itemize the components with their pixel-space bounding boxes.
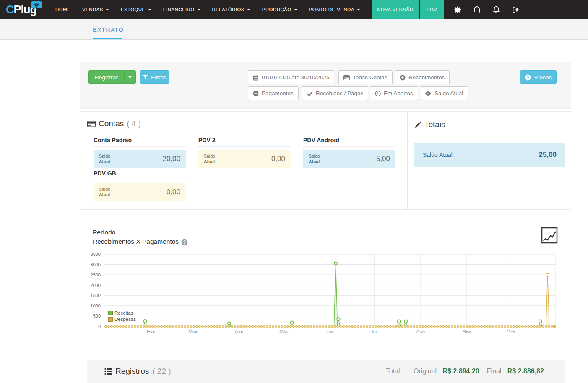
credit-card-icon <box>87 121 96 127</box>
notifications-bell-icon[interactable] <box>492 5 501 14</box>
recebimentos-chip[interactable]: Recebimentos <box>395 70 450 84</box>
vertical-divider <box>407 112 408 209</box>
account-card-conta-padrao: Conta Padrão SaldoAtual 20,00 <box>94 137 186 168</box>
registrar-button[interactable]: Registrar <box>88 70 124 84</box>
balance-value: 20,00 <box>162 155 180 163</box>
chart-title: Período Recebimentos X Pagamentos ? <box>93 228 188 247</box>
totals-balance-value: 25,00 <box>539 151 557 159</box>
chart-plot-area[interactable]: 0500100015002000250030003500FebMarAprMay… <box>87 250 565 339</box>
menu-relatorios-label: RELATÓRIOS <box>212 7 245 12</box>
account-balance-box: SaldoAtual 5,00 <box>303 150 395 168</box>
menu-estoque-label: ESTOQUE <box>121 7 146 12</box>
chart-title-periodo: Período <box>93 228 188 237</box>
pencil-icon <box>414 121 421 128</box>
records-header: Registros ( 22 ) Total: Original: R$ 2.8… <box>87 360 565 383</box>
svg-text:?: ? <box>183 240 186 245</box>
registros-heading: Registros ( 22 ) <box>104 367 171 376</box>
menu-home-label: HOME <box>55 7 70 12</box>
line-chart-icon <box>541 227 558 244</box>
section-divider <box>80 352 571 352</box>
account-card-pdv-gb: PDV GB SaldoAtual 0,00 <box>94 170 186 201</box>
registrar-split-button: Registrar <box>88 70 136 84</box>
total-label: Total: <box>386 367 402 375</box>
pdv-button[interactable]: PDV <box>420 0 444 19</box>
account-balance-box: SaldoAtual 0,00 <box>198 150 291 168</box>
caret-down-icon <box>247 9 250 10</box>
credit-card-icon <box>343 75 350 80</box>
legend-item-receitas: Receitas <box>108 310 136 315</box>
em-abertos-label: Em Abertos <box>384 90 413 96</box>
logout-icon[interactable] <box>511 5 520 14</box>
menu-producao[interactable]: PRODUÇÃO <box>256 0 303 19</box>
svg-text:Mar: Mar <box>188 329 198 335</box>
menu-financeiro-label: FINANCEIRO <box>163 7 195 12</box>
menu-vendas-label: VENDAS <box>82 7 103 12</box>
recebidos-pagos-chip[interactable]: Recebidos / Pagos <box>302 86 368 100</box>
account-card-pdv-android: PDV Android SaldoAtual 5,00 <box>303 137 395 168</box>
totals-balance-label: Saldo Atual <box>423 151 453 158</box>
saldo-atual-chip[interactable]: Saldo Atual <box>420 86 468 100</box>
svg-text:May: May <box>279 329 289 335</box>
menu-ponto-de-venda-label: PONTO DE VENDA <box>309 7 354 12</box>
filter-panel: Registrar Filtros 01/01/2025 até 30/10/2… <box>80 62 571 109</box>
contas-heading: Contas ( 4 ) <box>87 119 141 128</box>
svg-text:Oct: Oct <box>507 329 516 335</box>
totais-heading: Totais <box>414 120 445 129</box>
funnel-icon <box>143 75 148 80</box>
main-menu: HOME VENDAS ESTOQUE FINANCEIRO RELATÓRIO… <box>49 0 366 19</box>
svg-text:Jul: Jul <box>370 329 378 335</box>
chart-legend: ReceitasDespesas <box>108 310 136 322</box>
support-headset-icon[interactable] <box>472 5 481 14</box>
account-card-pdv2: PDV 2 SaldoAtual 0,00 <box>198 137 291 168</box>
todas-contas-chip[interactable]: Todas Contas <box>338 70 393 84</box>
em-abertos-chip[interactable]: Em Abertos <box>370 86 418 100</box>
caret-down-icon <box>106 9 109 10</box>
svg-text:2500: 2500 <box>91 272 101 277</box>
pagamentos-chip[interactable]: Pagamentos <box>248 86 299 100</box>
account-name: Conta Padrão <box>94 137 186 147</box>
svg-text:Sep: Sep <box>463 329 471 335</box>
menu-financeiro[interactable]: FINANCEIRO <box>157 0 206 19</box>
menu-estoque[interactable]: ESTOQUE <box>115 0 157 19</box>
svg-text:2000: 2000 <box>91 283 101 288</box>
help-circle-icon[interactable]: ? <box>181 239 188 245</box>
balance-value: 5,00 <box>376 155 390 163</box>
nova-versao-button[interactable]: NOVA VERSÃO <box>372 0 419 19</box>
chart-type-toggle-button[interactable] <box>540 226 559 245</box>
question-circle-icon: ? <box>525 74 531 81</box>
plus-circle-icon <box>400 75 406 81</box>
pagamentos-label: Pagamentos <box>262 90 294 96</box>
menu-relatorios[interactable]: RELATÓRIOS <box>206 0 256 19</box>
final-value: R$ 2.886,82 <box>507 367 544 375</box>
recebidos-pagos-label: Recebidos / Pagos <box>316 90 363 96</box>
balance-label: SaldoAtual <box>204 154 215 164</box>
caret-down-icon <box>197 9 200 10</box>
registros-count: ( 22 ) <box>152 367 171 376</box>
contas-count: ( 4 ) <box>127 119 141 128</box>
menu-ponto-de-venda[interactable]: PONTO DE VENDA <box>303 0 366 19</box>
tab-extrato[interactable]: EXTRATO <box>93 19 124 40</box>
svg-text:1500: 1500 <box>91 293 101 298</box>
videos-label: Vídeos <box>534 74 552 81</box>
registrar-dropdown-toggle[interactable] <box>124 70 136 84</box>
svg-text:1000: 1000 <box>91 303 101 308</box>
balance-value: 0,00 <box>271 155 285 163</box>
check-icon <box>307 91 313 96</box>
menu-home[interactable]: HOME <box>49 0 76 19</box>
caret-down-icon <box>294 9 297 10</box>
date-range-chip[interactable]: 01/01/2025 até 30/10/2025 <box>248 70 334 84</box>
menu-vendas[interactable]: VENDAS <box>76 0 115 19</box>
minus-circle-icon <box>253 91 259 96</box>
legend-swatch <box>108 317 113 322</box>
menu-producao-label: PRODUÇÃO <box>262 7 291 12</box>
filtros-button[interactable]: Filtros <box>140 70 169 84</box>
saldo-atual-filter-label: Saldo Atual <box>434 90 463 96</box>
svg-text:500: 500 <box>93 313 101 318</box>
account-balance-box: SaldoAtual 20,00 <box>94 150 186 168</box>
list-icon <box>104 368 112 375</box>
videos-button[interactable]: ? Vídeos <box>520 70 557 84</box>
svg-text:?: ? <box>527 75 529 79</box>
clock-icon <box>375 91 381 96</box>
settings-gear-icon[interactable] <box>453 5 462 14</box>
cplug-logo[interactable]: CPlug <box>0 0 49 19</box>
